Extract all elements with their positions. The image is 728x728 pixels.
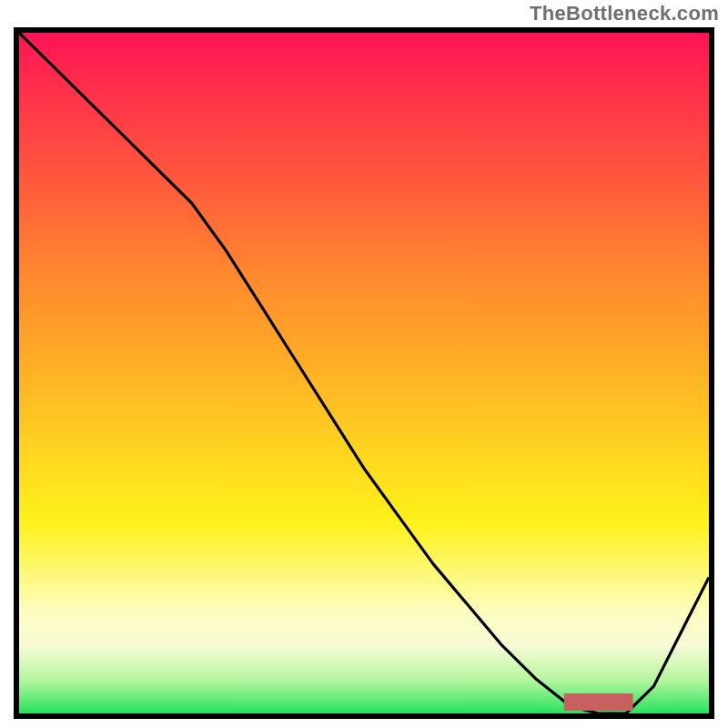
optimal-range-marker: [564, 693, 633, 711]
bottleneck-curve-line: [19, 33, 709, 713]
watermark-label: TheBottleneck.com: [530, 2, 719, 25]
chart-container: TheBottleneck.com: [0, 0, 728, 728]
curve-svg: [19, 33, 709, 713]
plot-area: [14, 27, 714, 719]
